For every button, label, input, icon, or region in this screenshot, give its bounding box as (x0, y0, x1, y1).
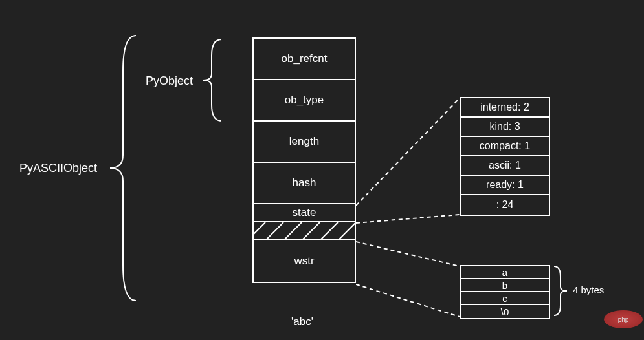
struct-footer-label: 'abc' (291, 315, 313, 328)
svg-line-2 (283, 222, 302, 240)
svg-line-10 (356, 284, 460, 317)
brace-outer-icon (104, 32, 142, 304)
svg-line-3 (302, 222, 320, 240)
svg-line-7 (356, 98, 460, 206)
bytes-size-label: 4 bytes (573, 284, 604, 295)
svg-line-9 (356, 242, 460, 266)
svg-line-8 (356, 215, 460, 223)
connector-bytes-icon (356, 239, 463, 323)
connector-state-icon (356, 97, 463, 226)
field-ob-refcnt: ob_refcnt (254, 39, 355, 80)
svg-line-0 (254, 222, 265, 240)
svg-line-1 (265, 222, 283, 240)
field-hash: hash (254, 163, 355, 204)
byte-3: \0 (461, 305, 549, 318)
state-ascii: ascii: 1 (461, 156, 549, 176)
svg-line-5 (338, 222, 355, 240)
byte-2: c (461, 292, 549, 305)
svg-line-4 (320, 222, 338, 240)
hatch-pattern-icon (254, 222, 355, 240)
byte-1: b (461, 279, 549, 292)
field-ob-type: ob_type (254, 80, 355, 122)
inner-struct-label: PyObject (146, 74, 193, 88)
outer-struct-label: PyASCIIObject (19, 162, 97, 175)
state-table: interned: 2 kind: 3 compact: 1 ascii: 1 … (460, 97, 550, 216)
state-ready: ready: 1 (461, 176, 549, 195)
field-wstr: wstr (254, 240, 355, 282)
state-interned: interned: 2 (461, 98, 549, 118)
field-state: state (254, 204, 355, 222)
bytes-table: a b c \0 (460, 265, 550, 319)
field-length: length (254, 122, 355, 163)
field-padding (254, 222, 355, 240)
byte-0: a (461, 266, 549, 279)
state-kind: kind: 3 (461, 118, 549, 137)
brace-bytes-icon (551, 264, 571, 318)
watermark-text: php (618, 316, 629, 323)
watermark-badge: php (604, 310, 643, 328)
brace-inner-icon (195, 36, 228, 124)
diagram-container: PyASCIIObject PyObject ob_refcnt ob_type… (0, 0, 644, 340)
state-compact: compact: 1 (461, 137, 549, 156)
state-padding: : 24 (461, 195, 549, 215)
struct-table: ob_refcnt ob_type length hash state wstr (252, 37, 356, 283)
